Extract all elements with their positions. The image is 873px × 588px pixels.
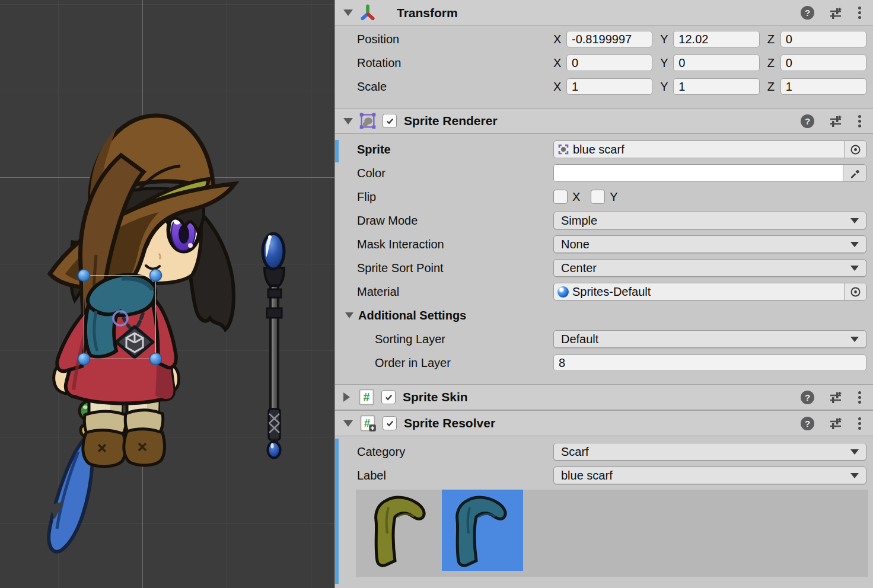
rotation-x-input[interactable] [566, 55, 652, 71]
object-picker-icon[interactable] [844, 141, 866, 158]
sorting-layer-dropdown[interactable]: Default [553, 330, 866, 348]
axis-z-label: Z [767, 80, 777, 94]
color-field[interactable] [553, 164, 866, 182]
sprite-renderer-header[interactable]: Sprite Renderer ? [335, 108, 873, 134]
scale-y-input[interactable] [673, 78, 759, 95]
transform-title: Transform [397, 6, 458, 20]
sprite-object-field[interactable]: blue scarf [553, 140, 866, 158]
sprite-renderer-icon [359, 112, 377, 130]
label-label: Label [357, 469, 553, 482]
staff-sprite[interactable] [263, 234, 284, 458]
scale-label: Scale [357, 80, 553, 94]
chevron-down-icon [850, 242, 859, 247]
sprite-sort-point-label: Sprite Sort Point [357, 261, 553, 275]
color-row: Color [335, 161, 873, 185]
color-swatch-white[interactable] [554, 165, 843, 181]
help-icon[interactable]: ? [801, 391, 814, 404]
axis-y-label: Y [660, 56, 670, 70]
label-row: Label blue scarf [335, 464, 873, 487]
sprite-resolver-header[interactable]: # Sprite Resolver ? [335, 410, 873, 436]
scale-x-input[interactable] [566, 78, 652, 95]
presets-icon[interactable] [829, 6, 843, 20]
axis-y-label: Y [660, 33, 670, 46]
category-value: Scarf [561, 445, 589, 459]
sprite-thumbnail-blue-scarf[interactable] [442, 490, 523, 571]
sprite-value: blue scarf [573, 143, 625, 156]
script-plus-icon: # [359, 414, 377, 432]
material-object-field[interactable]: Sprites-Default [553, 283, 866, 301]
handle-bottom-left[interactable] [78, 353, 90, 365]
check-icon [385, 419, 394, 428]
order-in-layer-label: Order in Layer [357, 356, 553, 370]
material-label: Material [357, 285, 553, 299]
component-enabled-checkbox[interactable] [383, 416, 397, 430]
rotation-z-input[interactable] [780, 55, 866, 71]
chevron-down-icon [850, 449, 859, 455]
position-y-input[interactable] [673, 31, 759, 47]
sprite-skin-header[interactable]: # Sprite Skin ? [335, 384, 873, 410]
help-icon[interactable]: ? [801, 114, 814, 128]
flip-y-checkbox[interactable] [591, 190, 605, 204]
handle-bottom-right[interactable] [150, 353, 162, 365]
draw-mode-value: Simple [561, 214, 597, 228]
transform-header[interactable]: Transform ? [335, 0, 873, 26]
foldout-open-icon[interactable] [343, 420, 353, 427]
chevron-down-icon [850, 337, 859, 342]
eyedropper-icon[interactable] [843, 165, 866, 181]
axis-x-label: X [553, 80, 563, 94]
chevron-down-icon [850, 473, 859, 478]
object-picker-icon[interactable] [844, 283, 866, 300]
sprite-mini-icon [557, 143, 569, 155]
help-icon[interactable]: ? [801, 417, 814, 430]
component-enabled-checkbox[interactable] [383, 114, 397, 128]
scene-canvas[interactable] [0, 0, 334, 588]
position-z-input[interactable] [780, 31, 866, 47]
presets-icon[interactable] [829, 390, 843, 404]
more-menu-icon[interactable] [857, 390, 862, 405]
draw-mode-dropdown[interactable]: Simple [553, 212, 866, 229]
material-row: Material Sprites-Default [335, 280, 873, 303]
more-menu-icon[interactable] [857, 416, 862, 431]
foldout-closed-icon[interactable] [343, 392, 350, 402]
more-menu-icon[interactable] [857, 114, 862, 129]
sprite-sort-point-dropdown[interactable]: Center [553, 259, 866, 277]
mask-interaction-row: Mask Interaction None [335, 232, 873, 256]
mask-interaction-dropdown[interactable]: None [553, 235, 866, 253]
presets-icon[interactable] [829, 416, 843, 430]
more-menu-icon[interactable] [857, 5, 862, 20]
scale-z-input[interactable] [780, 78, 866, 95]
rotation-y-input[interactable] [673, 55, 759, 71]
prefab-override-bar-resolver [335, 439, 339, 584]
blue-scarf-image [442, 490, 523, 571]
category-dropdown[interactable]: Scarf [553, 443, 866, 461]
sorting-layer-row: Sorting Layer Default [335, 327, 873, 351]
flip-row: Flip X Y [335, 185, 873, 209]
label-dropdown[interactable]: blue scarf [553, 466, 866, 484]
position-label: Position [357, 33, 553, 46]
flip-x-checkbox[interactable] [553, 190, 568, 204]
foldout-open-icon[interactable] [345, 312, 353, 318]
additional-settings-row[interactable]: Additional Settings [335, 303, 873, 327]
component-enabled-checkbox[interactable] [381, 390, 396, 404]
flip-y-label: Y [610, 190, 617, 204]
sprite-row: Sprite blue scarf [335, 138, 873, 161]
axis-x-label: X [553, 56, 563, 70]
foldout-open-icon[interactable] [343, 118, 353, 124]
inspector-panel: Transform ? Position X [335, 0, 873, 588]
material-value: Sprites-Default [572, 285, 651, 299]
scene-view[interactable] [0, 0, 334, 588]
sprite-thumbnail-green-scarf[interactable] [361, 490, 442, 571]
foldout-open-icon[interactable] [343, 9, 353, 16]
color-label: Color [357, 167, 553, 180]
svg-text:#: # [364, 391, 370, 404]
mask-interaction-label: Mask Interaction [357, 238, 553, 251]
help-icon[interactable]: ? [801, 6, 814, 20]
rotation-label: Rotation [357, 56, 553, 70]
position-x-input[interactable] [566, 31, 652, 47]
character-sprite[interactable] [49, 116, 235, 552]
handle-top-right[interactable] [150, 270, 162, 282]
order-in-layer-input[interactable] [553, 354, 866, 371]
handle-top-left[interactable] [78, 270, 90, 282]
presets-icon[interactable] [829, 114, 843, 128]
rotation-row: Rotation X Y Z [335, 51, 873, 75]
